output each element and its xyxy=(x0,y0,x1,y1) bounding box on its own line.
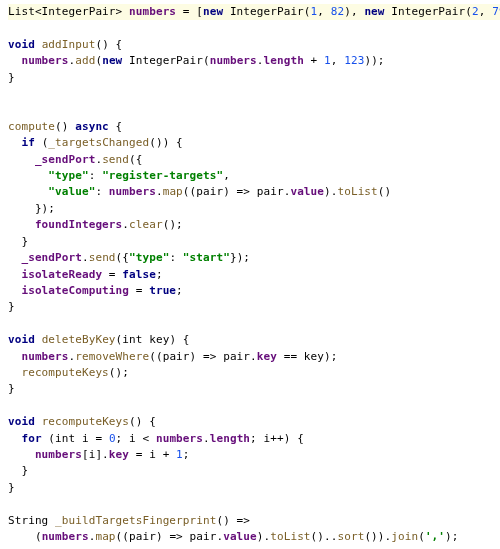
code-line: (numbers.map((pair) => pair.value).toLis… xyxy=(8,530,459,543)
code-line: } xyxy=(8,464,28,477)
code-line: _sendPort.send({"type": "start"}); xyxy=(8,251,250,264)
code-line: compute() async { xyxy=(8,120,122,133)
code-line: void recomputeKeys() { xyxy=(8,415,156,428)
code-line xyxy=(8,21,15,34)
code-line: void addInput() { xyxy=(8,38,122,51)
code-line: } xyxy=(8,481,15,494)
code-editor[interactable]: List<IntegerPair> numbers = [new Integer… xyxy=(0,0,500,549)
code-line: foundIntegers.clear(); xyxy=(8,218,183,231)
code-line: numbers[i].key = i + 1; xyxy=(8,448,190,461)
code-line: recomputeKeys(); xyxy=(8,366,129,379)
code-line xyxy=(8,103,15,116)
code-line: _sendPort.send({ xyxy=(8,153,142,166)
code-line: } xyxy=(8,235,28,248)
code-line xyxy=(8,497,15,510)
code-line xyxy=(8,399,15,412)
code-line: for (int i = 0; i < numbers.length; i++)… xyxy=(8,432,304,445)
code-line: String _buildTargetsFingerprint() => xyxy=(8,514,250,527)
code-line: "value": numbers.map((pair) => pair.valu… xyxy=(8,185,391,198)
code-line xyxy=(8,87,15,100)
code-line: isolateReady = false; xyxy=(8,268,163,281)
code-line xyxy=(8,317,15,330)
code-line: isolateComputing = true; xyxy=(8,284,183,297)
code-line: if (_targetsChanged()) { xyxy=(8,136,183,149)
code-line: void deleteByKey(int key) { xyxy=(8,333,190,346)
code-line: List<IntegerPair> numbers = [new Integer… xyxy=(8,4,500,20)
code-line: }); xyxy=(8,202,55,215)
code-line: } xyxy=(8,71,15,84)
code-line: } xyxy=(8,300,15,313)
code-line: } xyxy=(8,382,15,395)
code-line: numbers.add(new IntegerPair(numbers.leng… xyxy=(8,54,385,67)
code-line: numbers.removeWhere((pair) => pair.key =… xyxy=(8,350,337,363)
code-line: "type": "register-targets", xyxy=(8,169,230,182)
